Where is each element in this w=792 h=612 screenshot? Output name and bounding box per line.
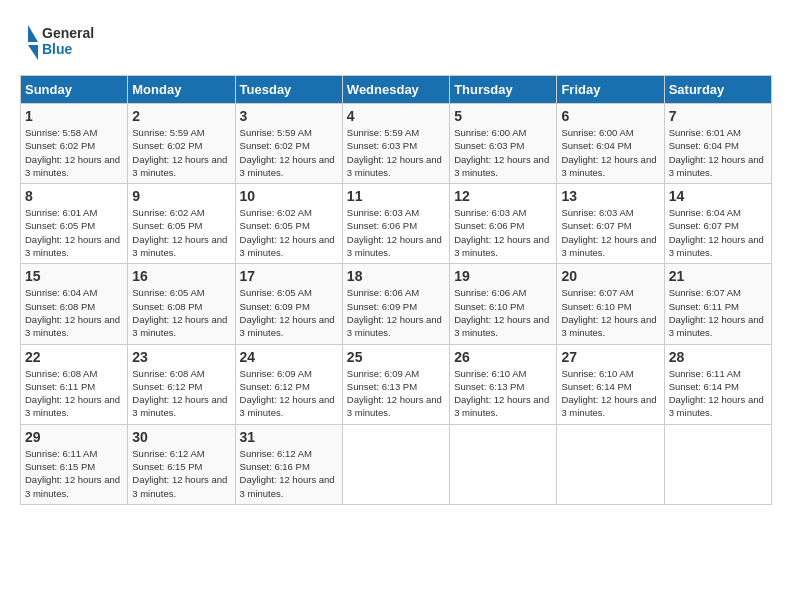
day-number: 11 xyxy=(347,188,445,204)
day-cell: 26Sunrise: 6:10 AMSunset: 6:13 PMDayligh… xyxy=(450,344,557,424)
day-info: Sunrise: 6:00 AMSunset: 6:04 PMDaylight:… xyxy=(561,126,659,179)
day-info: Sunrise: 6:01 AMSunset: 6:04 PMDaylight:… xyxy=(669,126,767,179)
day-number: 10 xyxy=(240,188,338,204)
day-info: Sunrise: 6:12 AMSunset: 6:15 PMDaylight:… xyxy=(132,447,230,500)
header-cell-sunday: Sunday xyxy=(21,76,128,104)
day-number: 23 xyxy=(132,349,230,365)
day-number: 14 xyxy=(669,188,767,204)
day-cell xyxy=(664,424,771,504)
day-number: 24 xyxy=(240,349,338,365)
day-cell: 25Sunrise: 6:09 AMSunset: 6:13 PMDayligh… xyxy=(342,344,449,424)
day-cell: 4Sunrise: 5:59 AMSunset: 6:03 PMDaylight… xyxy=(342,104,449,184)
day-number: 25 xyxy=(347,349,445,365)
day-number: 15 xyxy=(25,268,123,284)
day-info: Sunrise: 6:09 AMSunset: 6:12 PMDaylight:… xyxy=(240,367,338,420)
day-info: Sunrise: 6:03 AMSunset: 6:06 PMDaylight:… xyxy=(347,206,445,259)
day-info: Sunrise: 5:59 AMSunset: 6:03 PMDaylight:… xyxy=(347,126,445,179)
day-info: Sunrise: 6:06 AMSunset: 6:09 PMDaylight:… xyxy=(347,286,445,339)
day-cell: 19Sunrise: 6:06 AMSunset: 6:10 PMDayligh… xyxy=(450,264,557,344)
day-number: 9 xyxy=(132,188,230,204)
header-cell-saturday: Saturday xyxy=(664,76,771,104)
day-number: 27 xyxy=(561,349,659,365)
day-number: 5 xyxy=(454,108,552,124)
day-number: 28 xyxy=(669,349,767,365)
day-cell: 12Sunrise: 6:03 AMSunset: 6:06 PMDayligh… xyxy=(450,184,557,264)
day-cell: 28Sunrise: 6:11 AMSunset: 6:14 PMDayligh… xyxy=(664,344,771,424)
day-cell: 7Sunrise: 6:01 AMSunset: 6:04 PMDaylight… xyxy=(664,104,771,184)
week-row-3: 22Sunrise: 6:08 AMSunset: 6:11 PMDayligh… xyxy=(21,344,772,424)
day-cell: 17Sunrise: 6:05 AMSunset: 6:09 PMDayligh… xyxy=(235,264,342,344)
header-cell-thursday: Thursday xyxy=(450,76,557,104)
svg-text:Blue: Blue xyxy=(42,41,73,57)
day-number: 3 xyxy=(240,108,338,124)
day-info: Sunrise: 6:11 AMSunset: 6:14 PMDaylight:… xyxy=(669,367,767,420)
day-cell: 13Sunrise: 6:03 AMSunset: 6:07 PMDayligh… xyxy=(557,184,664,264)
day-cell: 30Sunrise: 6:12 AMSunset: 6:15 PMDayligh… xyxy=(128,424,235,504)
day-cell: 8Sunrise: 6:01 AMSunset: 6:05 PMDaylight… xyxy=(21,184,128,264)
day-info: Sunrise: 6:04 AMSunset: 6:08 PMDaylight:… xyxy=(25,286,123,339)
day-info: Sunrise: 6:07 AMSunset: 6:10 PMDaylight:… xyxy=(561,286,659,339)
day-cell: 23Sunrise: 6:08 AMSunset: 6:12 PMDayligh… xyxy=(128,344,235,424)
day-info: Sunrise: 6:08 AMSunset: 6:11 PMDaylight:… xyxy=(25,367,123,420)
day-cell: 31Sunrise: 6:12 AMSunset: 6:16 PMDayligh… xyxy=(235,424,342,504)
day-number: 18 xyxy=(347,268,445,284)
day-cell: 15Sunrise: 6:04 AMSunset: 6:08 PMDayligh… xyxy=(21,264,128,344)
week-row-1: 8Sunrise: 6:01 AMSunset: 6:05 PMDaylight… xyxy=(21,184,772,264)
day-cell: 10Sunrise: 6:02 AMSunset: 6:05 PMDayligh… xyxy=(235,184,342,264)
day-number: 19 xyxy=(454,268,552,284)
day-info: Sunrise: 6:08 AMSunset: 6:12 PMDaylight:… xyxy=(132,367,230,420)
day-info: Sunrise: 5:58 AMSunset: 6:02 PMDaylight:… xyxy=(25,126,123,179)
day-cell: 22Sunrise: 6:08 AMSunset: 6:11 PMDayligh… xyxy=(21,344,128,424)
svg-marker-2 xyxy=(28,25,38,42)
day-info: Sunrise: 6:01 AMSunset: 6:05 PMDaylight:… xyxy=(25,206,123,259)
day-number: 12 xyxy=(454,188,552,204)
svg-marker-3 xyxy=(28,45,38,60)
day-number: 16 xyxy=(132,268,230,284)
day-info: Sunrise: 6:04 AMSunset: 6:07 PMDaylight:… xyxy=(669,206,767,259)
day-cell: 29Sunrise: 6:11 AMSunset: 6:15 PMDayligh… xyxy=(21,424,128,504)
day-number: 2 xyxy=(132,108,230,124)
day-cell: 14Sunrise: 6:04 AMSunset: 6:07 PMDayligh… xyxy=(664,184,771,264)
day-info: Sunrise: 5:59 AMSunset: 6:02 PMDaylight:… xyxy=(240,126,338,179)
day-cell: 16Sunrise: 6:05 AMSunset: 6:08 PMDayligh… xyxy=(128,264,235,344)
day-number: 8 xyxy=(25,188,123,204)
day-number: 26 xyxy=(454,349,552,365)
day-number: 7 xyxy=(669,108,767,124)
day-number: 13 xyxy=(561,188,659,204)
day-number: 30 xyxy=(132,429,230,445)
day-info: Sunrise: 6:03 AMSunset: 6:06 PMDaylight:… xyxy=(454,206,552,259)
day-number: 1 xyxy=(25,108,123,124)
day-cell: 21Sunrise: 6:07 AMSunset: 6:11 PMDayligh… xyxy=(664,264,771,344)
svg-text:General: General xyxy=(42,25,94,41)
day-cell xyxy=(450,424,557,504)
day-info: Sunrise: 6:02 AMSunset: 6:05 PMDaylight:… xyxy=(132,206,230,259)
week-row-2: 15Sunrise: 6:04 AMSunset: 6:08 PMDayligh… xyxy=(21,264,772,344)
week-row-0: 1Sunrise: 5:58 AMSunset: 6:02 PMDaylight… xyxy=(21,104,772,184)
day-info: Sunrise: 6:09 AMSunset: 6:13 PMDaylight:… xyxy=(347,367,445,420)
day-cell xyxy=(557,424,664,504)
day-number: 31 xyxy=(240,429,338,445)
header-cell-monday: Monday xyxy=(128,76,235,104)
day-number: 29 xyxy=(25,429,123,445)
day-cell: 27Sunrise: 6:10 AMSunset: 6:14 PMDayligh… xyxy=(557,344,664,424)
day-info: Sunrise: 6:10 AMSunset: 6:14 PMDaylight:… xyxy=(561,367,659,420)
day-cell: 6Sunrise: 6:00 AMSunset: 6:04 PMDaylight… xyxy=(557,104,664,184)
header-cell-tuesday: Tuesday xyxy=(235,76,342,104)
day-info: Sunrise: 6:10 AMSunset: 6:13 PMDaylight:… xyxy=(454,367,552,420)
header: General Blue xyxy=(20,20,772,65)
day-info: Sunrise: 6:03 AMSunset: 6:07 PMDaylight:… xyxy=(561,206,659,259)
day-cell: 5Sunrise: 6:00 AMSunset: 6:03 PMDaylight… xyxy=(450,104,557,184)
day-cell: 11Sunrise: 6:03 AMSunset: 6:06 PMDayligh… xyxy=(342,184,449,264)
day-cell: 9Sunrise: 6:02 AMSunset: 6:05 PMDaylight… xyxy=(128,184,235,264)
logo: General Blue xyxy=(20,20,100,65)
day-info: Sunrise: 6:07 AMSunset: 6:11 PMDaylight:… xyxy=(669,286,767,339)
day-cell: 20Sunrise: 6:07 AMSunset: 6:10 PMDayligh… xyxy=(557,264,664,344)
day-number: 22 xyxy=(25,349,123,365)
day-cell: 1Sunrise: 5:58 AMSunset: 6:02 PMDaylight… xyxy=(21,104,128,184)
day-info: Sunrise: 6:06 AMSunset: 6:10 PMDaylight:… xyxy=(454,286,552,339)
day-info: Sunrise: 6:05 AMSunset: 6:08 PMDaylight:… xyxy=(132,286,230,339)
day-number: 17 xyxy=(240,268,338,284)
calendar-body: 1Sunrise: 5:58 AMSunset: 6:02 PMDaylight… xyxy=(21,104,772,505)
day-info: Sunrise: 6:00 AMSunset: 6:03 PMDaylight:… xyxy=(454,126,552,179)
week-row-4: 29Sunrise: 6:11 AMSunset: 6:15 PMDayligh… xyxy=(21,424,772,504)
